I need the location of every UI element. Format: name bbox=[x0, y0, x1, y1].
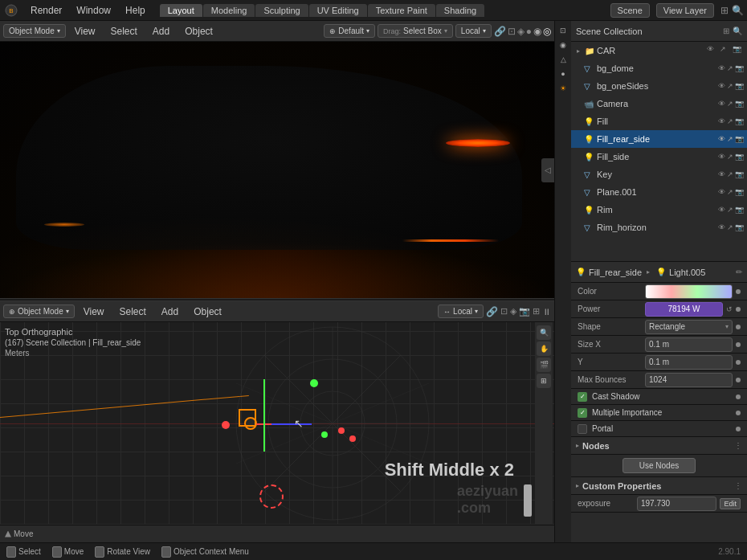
key-sel[interactable]: ↗ bbox=[727, 170, 733, 178]
shading-solid-icon[interactable]: ● bbox=[526, 26, 532, 37]
viewport-top[interactable]: Object Mode View Select Add Object ⊕ Def… bbox=[0, 21, 554, 298]
select-menu-bottom[interactable]: Select bbox=[113, 305, 153, 319]
max-bounces-field[interactable]: 1024 bbox=[645, 373, 733, 387]
key-render[interactable]: 📷 bbox=[735, 170, 744, 178]
search-tool-icon[interactable]: 🔍 bbox=[537, 325, 551, 340]
plane001-render[interactable]: 📷 bbox=[735, 188, 744, 196]
nodes-menu-icon[interactable]: ⋮ bbox=[734, 441, 742, 450]
rim-horizon-vis[interactable]: 👁 bbox=[718, 223, 725, 231]
tab-layout[interactable]: Layout bbox=[160, 4, 202, 17]
bg-dome-render[interactable]: 📷 bbox=[735, 64, 744, 72]
menu-window[interactable]: Window bbox=[70, 3, 117, 18]
portal-checkbox[interactable] bbox=[578, 424, 587, 434]
tab-shading[interactable]: Shading bbox=[436, 4, 484, 17]
size-x-field[interactable]: 0.1 m bbox=[645, 337, 733, 352]
grid-icon[interactable]: ⊞ bbox=[533, 306, 540, 317]
rim-horizon-sel[interactable]: ↗ bbox=[727, 223, 733, 231]
outliner-item-rim[interactable]: 💡 Rim 👁 ↗ 📷 bbox=[571, 201, 747, 219]
outliner-item-bg-onesides[interactable]: ▽ bg_oneSides 👁 ↗ 📷 bbox=[571, 77, 747, 95]
multiple-importance-dot[interactable] bbox=[736, 411, 741, 415]
mesh-prop-icon[interactable]: △ bbox=[557, 53, 569, 66]
rim-horizon-render[interactable]: 📷 bbox=[735, 223, 744, 231]
bg-onesides-sel[interactable]: ↗ bbox=[727, 82, 733, 90]
fill-sel[interactable]: ↗ bbox=[727, 117, 733, 125]
color-dot[interactable] bbox=[736, 289, 741, 294]
object-mode-dropdown-bottom[interactable]: ⊕ Object Mode bbox=[3, 305, 75, 318]
outliner-search-icon[interactable]: 🔍 bbox=[733, 27, 742, 35]
xray-icon[interactable]: ◈ bbox=[517, 26, 525, 37]
menu-render[interactable]: Render bbox=[24, 3, 68, 18]
car-render-icon[interactable]: 📷 bbox=[733, 45, 744, 56]
status-move[interactable]: Move bbox=[52, 546, 84, 558]
viewport-collapse-arrow[interactable]: ◁ bbox=[541, 158, 554, 182]
shape-dot[interactable] bbox=[736, 325, 741, 329]
shape-dropdown[interactable]: Rectangle ▾ bbox=[645, 320, 733, 334]
camera-tool-icon[interactable]: 🎬 bbox=[537, 358, 551, 372]
color-picker[interactable] bbox=[645, 284, 733, 299]
outliner-item-fill-rear-side[interactable]: 💡 Fill_rear_side 👁 ↗ 📷 bbox=[571, 130, 747, 148]
nodes-section-header[interactable]: ▸ Nodes ⋮ bbox=[571, 437, 747, 455]
view-layer-selector[interactable]: View Layer bbox=[656, 3, 714, 18]
select-menu[interactable]: Select bbox=[104, 24, 144, 39]
add-menu-bottom[interactable]: Add bbox=[155, 305, 185, 319]
view-menu-bottom[interactable]: View bbox=[77, 305, 111, 319]
power-dot[interactable] bbox=[736, 307, 741, 312]
magnet-icon[interactable]: 🔗 bbox=[494, 26, 506, 37]
use-nodes-button[interactable]: Use Nodes bbox=[622, 458, 696, 473]
status-object-context[interactable]: Object Context Menu bbox=[161, 546, 249, 558]
scene-node-green-top[interactable] bbox=[310, 379, 318, 387]
cast-shadow-checkbox[interactable]: ✓ bbox=[578, 392, 587, 402]
object-mode-dropdown[interactable]: Object Mode bbox=[3, 24, 66, 38]
viewport-bottom[interactable]: ⊕ Object Mode View Select Add Object ↔ L… bbox=[0, 301, 554, 542]
portal-dot[interactable] bbox=[736, 427, 741, 431]
cast-shadow-dot[interactable] bbox=[736, 394, 741, 399]
world-prop-icon[interactable]: ☀ bbox=[557, 82, 569, 95]
overlay-icon[interactable]: ⊡ bbox=[508, 26, 516, 37]
orientation-selector[interactable]: ⊕ Default bbox=[324, 24, 375, 38]
bg-onesides-vis[interactable]: 👁 bbox=[718, 82, 725, 90]
fill-rear-side-vis[interactable]: 👁 bbox=[718, 135, 725, 143]
edit-button[interactable]: Edit bbox=[720, 498, 741, 509]
fill-side-sel[interactable]: ↗ bbox=[727, 153, 733, 161]
plane001-vis[interactable]: 👁 bbox=[718, 188, 725, 196]
outliner-item-car[interactable]: ▸ 📁 CAR 👁 ↗ 📷 bbox=[571, 42, 747, 59]
outliner-item-fill[interactable]: 💡 Fill 👁 ↗ 📷 bbox=[571, 112, 747, 130]
scene-node-red3[interactable] bbox=[349, 435, 356, 442]
outliner-item-fill-side[interactable]: 💡 Fill_side 👁 ↗ 📷 bbox=[571, 148, 747, 166]
tab-sculpting[interactable]: Sculpting bbox=[255, 4, 308, 17]
camera-sel[interactable]: ↗ bbox=[727, 100, 733, 108]
multiple-importance-checkbox[interactable]: ✓ bbox=[578, 408, 587, 418]
size-x-dot[interactable] bbox=[736, 342, 741, 347]
tab-texture-paint[interactable]: Texture Paint bbox=[368, 4, 435, 17]
power-value-field[interactable]: 78194 W bbox=[645, 302, 723, 317]
prop-edit-icon[interactable]: ✏ bbox=[736, 268, 742, 276]
fill-vis[interactable]: 👁 bbox=[718, 117, 725, 125]
fill-rear-side-render[interactable]: 📷 bbox=[735, 135, 744, 143]
rim-sel[interactable]: ↗ bbox=[727, 206, 733, 214]
custom-properties-header[interactable]: ▸ Custom Properties ⋮ bbox=[571, 477, 747, 495]
viewport-bottom-canvas[interactable]: ↖ 🔍 ✋ 🎬 ⊞ Top O bbox=[0, 322, 554, 525]
scene-prop-icon[interactable]: ⊡ bbox=[557, 24, 569, 37]
plane001-sel[interactable]: ↗ bbox=[727, 188, 733, 196]
fill-side-vis[interactable]: 👁 bbox=[718, 153, 725, 161]
material-prop-icon[interactable]: ● bbox=[557, 67, 569, 80]
pivot-selector[interactable]: Local bbox=[455, 24, 492, 38]
camera-render[interactable]: 📷 bbox=[735, 100, 744, 108]
grid-tool-icon[interactable]: ⊞ bbox=[537, 374, 551, 388]
size-y-dot[interactable] bbox=[736, 360, 741, 365]
scene-node-red2[interactable] bbox=[338, 427, 345, 434]
object-prop-icon[interactable]: ◉ bbox=[557, 39, 569, 51]
exposure-value-field[interactable]: 197.730 bbox=[637, 497, 716, 511]
object-menu[interactable]: Object bbox=[178, 24, 219, 39]
max-bounces-dot[interactable] bbox=[736, 378, 741, 382]
viewport-top-canvas[interactable]: ◁ bbox=[0, 42, 554, 298]
transform-bottom[interactable]: ↔ Local bbox=[438, 305, 484, 318]
menu-help[interactable]: Help bbox=[119, 3, 152, 18]
tool-move-item[interactable]: Move bbox=[5, 529, 33, 538]
fill-rear-side-sel[interactable]: ↗ bbox=[727, 135, 733, 143]
bg-dome-sel[interactable]: ↗ bbox=[727, 64, 733, 72]
key-vis[interactable]: 👁 bbox=[718, 170, 725, 178]
scene-selector[interactable]: Scene bbox=[610, 3, 650, 18]
search-icon[interactable]: 🔍 bbox=[732, 5, 744, 16]
outliner-item-plane001[interactable]: ▽ Plane.001 👁 ↗ 📷 bbox=[571, 183, 747, 201]
